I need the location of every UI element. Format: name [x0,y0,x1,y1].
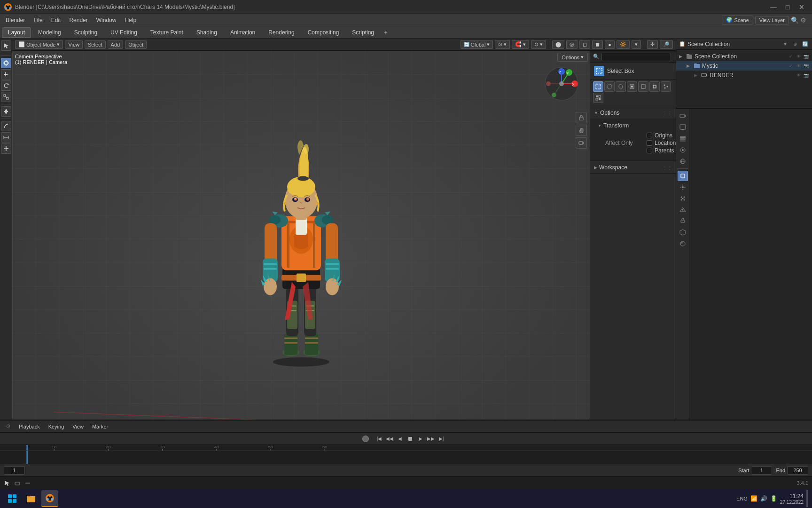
minimize-button[interactable]: — [767,0,780,14]
menu-window[interactable]: Window [93,16,120,24]
toolbar-cursor-tool[interactable] [1,58,11,68]
jump-end-btn[interactable]: ▶| [437,434,446,444]
tab-sculpting[interactable]: Sculpting [68,27,103,38]
step-forward-btn[interactable]: ▶▶ [426,434,436,444]
viewport-camera-view-btn[interactable] [576,137,587,149]
toolbar-add-tool[interactable] [1,143,11,154]
statusbar-mode-indicator[interactable] [4,480,10,486]
play-btn[interactable]: ▶ [416,434,425,444]
keying-menu-btn[interactable]: Keying [46,423,67,430]
show-desktop-button[interactable] [806,490,808,507]
options-section-header[interactable]: ▼ Options ⋮⋮ [590,107,676,119]
viewport-canvas[interactable]: Camera Perspective (1) RENDER | Camera O… [12,51,590,468]
mystic-hide-icon[interactable]: 👁 [795,63,802,69]
tab-uv-editing[interactable]: UV Editing [104,27,143,38]
prop-modifier-btn[interactable] [678,182,688,192]
current-frame-input[interactable] [4,466,25,475]
timeline-header-icon[interactable]: ⏱ [4,422,13,431]
prop-material-btn[interactable] [678,238,688,249]
add-workspace-button[interactable]: + [381,28,390,37]
origins-checkbox[interactable] [647,133,652,138]
scene-selector[interactable]: 🌍 Scene [722,16,753,24]
n-panel-close-icon[interactable]: ✕ [675,54,676,59]
gizmo-toggle[interactable]: ✛ [647,40,658,49]
view-layer-selector[interactable]: View Layer [755,16,789,24]
jump-start-btn[interactable]: |◀ [375,434,384,444]
parents-checkbox[interactable] [647,148,652,153]
solid-shading-btn[interactable]: ◼ [592,40,603,49]
outliner-row-mystic[interactable]: ▶ Mystic ✓ 👁 📷 [676,61,812,71]
blender-taskbar-button[interactable] [41,490,58,507]
windows-start-button[interactable] [4,490,21,507]
render-expand[interactable]: ▶ [694,73,701,78]
tool-select-circle[interactable] [604,81,615,92]
object-menu-btn[interactable]: Object [125,40,147,49]
close-button[interactable]: ✕ [795,0,808,14]
taskbar-datetime[interactable]: 11:24 27.12.2022 [780,493,804,505]
statusbar-icon2[interactable] [14,480,21,486]
outliner-filter-btn[interactable]: ▼ [781,40,789,48]
prop-particles-btn[interactable] [678,193,688,204]
material-shading-btn[interactable]: ● [605,40,615,49]
overlay-options[interactable]: 🔎 [660,40,673,49]
affect-origins-item[interactable]: Origins [647,132,676,139]
add-menu-btn[interactable]: Add [108,40,124,49]
scene-collection-expand[interactable]: ▶ [679,54,686,59]
timeline-track[interactable]: 10 20 30 40 50 60 [0,445,812,464]
tool-deselect[interactable] [638,81,648,92]
menu-blender[interactable]: Blender [2,16,29,24]
maximize-button[interactable]: □ [781,0,794,14]
render-hide-icon[interactable]: 👁 [795,72,802,79]
view-menu-btn[interactable]: View [65,40,83,49]
step-back-btn[interactable]: ◀◀ [385,434,394,444]
shading-dropdown[interactable]: ▾ [632,40,641,49]
toolbar-transform-tool[interactable] [1,106,11,117]
outliner-sync-btn[interactable]: 🔄 [801,40,809,48]
n-panel-search-input[interactable] [601,53,671,61]
pivot-point-selector[interactable]: ⊙ ▾ [495,40,510,49]
play-reverse-btn[interactable]: ◀ [395,434,405,444]
proportional-editing-btn[interactable]: ⊚ ▾ [531,40,546,49]
titlebar-controls[interactable]: — □ ✕ [767,0,808,14]
workspace-section-header[interactable]: ▶ Workspace ⋮⋮ [590,162,676,173]
tab-rendering[interactable]: Rendering [262,27,300,38]
tool-invert[interactable] [649,81,660,92]
mystic-exclude-icon[interactable]: ✓ [788,63,794,69]
tool-random[interactable] [661,81,671,92]
network-icon[interactable]: 📶 [750,495,757,502]
tab-scripting[interactable]: Scripting [346,27,380,38]
tab-animation[interactable]: Animation [224,27,261,38]
scene-collection-render-icon[interactable]: 📷 [803,53,809,60]
prop-render-btn[interactable] [678,111,688,121]
statusbar-icon3[interactable] [24,480,31,486]
toolbar-rotate-tool[interactable] [1,80,11,91]
mode-selector[interactable]: ⬜ Object Mode ▾ [15,40,63,49]
prop-object-btn[interactable] [678,171,688,181]
transform-orientation-selector[interactable]: 🔄 Global ▾ [461,40,493,49]
menu-help[interactable]: Help [121,16,140,24]
toolbar-annotate-tool[interactable] [1,121,11,131]
prop-world-btn[interactable] [678,156,688,167]
viewport-hand-btn[interactable] [576,125,587,136]
start-frame-input[interactable] [751,466,772,475]
prop-output-btn[interactable] [678,122,688,133]
scene-collection-exclude-icon[interactable]: ✓ [788,53,794,60]
prop-scene-btn[interactable] [678,145,688,155]
xray-toggle[interactable]: ◎ [566,40,578,49]
mystic-expand[interactable]: ▶ [687,64,693,68]
file-explorer-button[interactable] [23,490,39,507]
menu-render[interactable]: Render [65,16,91,24]
tab-shading[interactable]: Shading [190,27,223,38]
tool-select-all[interactable] [627,81,637,92]
toolbar-select-tool[interactable] [1,40,11,51]
transform-subsection-header[interactable]: ▼ Transform [594,120,672,131]
tab-layout[interactable]: Layout [2,27,31,38]
snap-toggle[interactable]: 🧲 ▾ [512,40,529,49]
tab-modeling[interactable]: Modeling [32,27,67,38]
playback-menu-btn[interactable]: Playback [16,423,43,430]
record-button[interactable] [362,436,369,442]
search-icon-top[interactable]: 🔍 [791,16,799,24]
tool-checker[interactable] [593,93,603,103]
tool-select-lasso[interactable] [616,81,626,92]
scene-collection-hide-icon[interactable]: 👁 [795,53,802,60]
